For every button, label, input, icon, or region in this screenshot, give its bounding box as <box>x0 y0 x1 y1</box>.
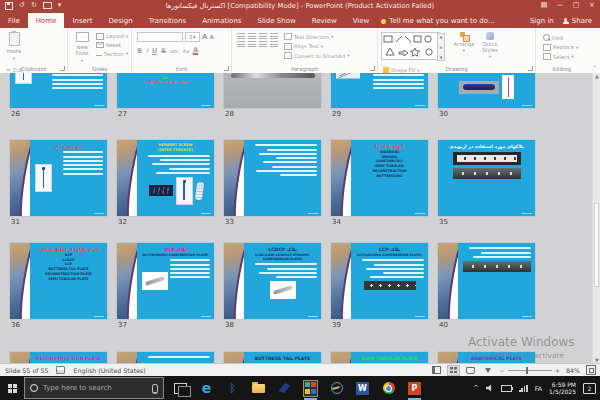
italic-button[interactable]: I <box>146 47 148 55</box>
slide-thumbnail[interactable]: پلاک DCPDCP(DYNAMIC COMPRESSION PLATE) <box>117 243 214 319</box>
zoom-slider[interactable]: − + <box>499 367 560 374</box>
ribbon-display-options-button[interactable]: ▤ <box>536 0 552 11</box>
slide-thumbnail[interactable] <box>117 352 214 363</box>
notification-badge[interactable]: 2 <box>583 383 596 394</box>
replace-button[interactable]: Replace ▾ <box>543 44 586 51</box>
task-view-button[interactable] <box>173 380 188 397</box>
edge-icon[interactable]: e <box>199 380 214 397</box>
slide-thumbnail[interactable]: انواع پلاک ها(NARROW)(BROAD)(ANATOMICAL)… <box>331 140 428 216</box>
search-box[interactable]: Type here to search <box>24 377 164 399</box>
fit-slide-button[interactable] <box>586 365 596 375</box>
chrome-icon[interactable] <box>381 380 396 397</box>
save-button[interactable] <box>5 2 13 10</box>
reset-button[interactable]: Reset <box>96 42 128 49</box>
select-button[interactable]: Select ▾ <box>543 53 586 60</box>
grow-font-button[interactable]: A <box>202 33 207 41</box>
redo-button[interactable]: ↻ <box>31 2 37 9</box>
media-app-icon[interactable] <box>303 380 318 397</box>
paragraph-dialog-launcher[interactable] <box>370 66 375 71</box>
clock[interactable]: 6:59 PM 1/5/2025 <box>549 381 576 396</box>
reading-view-button[interactable] <box>465 366 476 375</box>
slide-thumbnail[interactable]: پلاک LCPLCP(LOCKING COMPRESSION PLATE) <box>331 243 428 319</box>
proofing-icon[interactable] <box>56 366 65 374</box>
font-dialog-launcher[interactable] <box>224 66 229 71</box>
start-button[interactable] <box>0 376 24 400</box>
align-center-icon[interactable] <box>248 41 256 47</box>
slide-thumbnail[interactable]: پیچ مهره دار <box>10 140 107 216</box>
close-button[interactable]: × <box>584 0 600 11</box>
find-button[interactable]: Find <box>543 34 586 41</box>
tab-transitions[interactable]: Transitions <box>141 13 195 28</box>
zoom-level[interactable]: 84% <box>566 367 580 374</box>
clipboard-dialog-launcher[interactable] <box>60 66 65 71</box>
slide-thumbnail[interactable]: پلاک LCDCPLCDC(LOW CONTACT DYNAMIC COMPR… <box>224 243 321 319</box>
slide-thumbnail[interactable] <box>224 73 321 108</box>
bold-button[interactable]: B <box>137 47 142 55</box>
tab-file[interactable]: File <box>0 13 28 28</box>
section-button[interactable]: Section ▾ <box>96 51 128 57</box>
align-text-button[interactable]: Align Text ▾ <box>284 43 350 50</box>
normal-view-button[interactable] <box>431 366 442 375</box>
strikethrough-button[interactable]: abc <box>170 48 179 54</box>
collapse-ribbon-button[interactable]: ^ <box>592 64 597 71</box>
slide-thumbnail[interactable]: پلاکهای مورد استفاده در ارتوپدی <box>438 140 535 216</box>
numbering-icon[interactable] <box>248 33 256 39</box>
sign-in-button[interactable]: Sign in <box>530 17 554 25</box>
zoom-slider-thumb[interactable] <box>526 367 529 374</box>
tell-me-box[interactable]: Tell me what you want to do... <box>377 17 502 28</box>
slide-thumbnail[interactable] <box>224 140 321 216</box>
start-slideshow-button[interactable] <box>43 2 52 9</box>
internet-explorer-icon[interactable] <box>329 380 344 397</box>
increase-indent-icon[interactable] <box>270 33 278 39</box>
shadow-button[interactable]: S <box>161 47 166 55</box>
bullets-icon[interactable] <box>237 33 245 39</box>
decrease-indent-icon[interactable] <box>259 33 267 39</box>
align-right-icon[interactable] <box>259 41 267 47</box>
tab-design[interactable]: Design <box>100 13 140 28</box>
layout-button[interactable]: Layout ▾ <box>96 33 128 40</box>
powerpoint-icon[interactable]: P <box>407 380 422 397</box>
tab-animations[interactable]: Animations <box>194 13 249 28</box>
slide-thumbnail[interactable] <box>331 73 428 108</box>
bluetooth-icon[interactable]: ᛒ <box>225 380 240 397</box>
slide-thumbnail[interactable]: BUTTRESS T&L PLATE <box>224 352 321 363</box>
quick-styles-button[interactable]: Quick Styles ▾ <box>477 30 503 64</box>
slide-thumbnail[interactable]: SEMI TUBULAR PLATE <box>331 352 428 363</box>
new-slide-button[interactable]: New Slide ▾ <box>71 30 93 63</box>
tab-view[interactable]: View <box>345 13 378 28</box>
hidden-icons-button[interactable]: ^ <box>473 385 479 392</box>
drawing-dialog-launcher[interactable] <box>528 66 533 71</box>
scroll-up-arrow[interactable]: ▲ <box>594 73 600 79</box>
font-name-box[interactable] <box>137 32 183 42</box>
slideshow-view-button[interactable] <box>482 366 493 375</box>
slide-thumbnail[interactable] <box>438 243 535 319</box>
battery-icon[interactable] <box>501 385 512 392</box>
tab-slideshow[interactable]: Slide Show <box>249 13 303 28</box>
convert-smartart-button[interactable]: Convert to SmartArt ▾ <box>284 52 350 59</box>
shapes-gallery[interactable]: ▲≡▼ <box>381 32 439 60</box>
shapes-gallery-scroll[interactable]: ▲≡▼ <box>437 33 445 61</box>
arrange-button[interactable]: Arrange ▾ <box>451 30 477 64</box>
zoom-out-button[interactable]: − <box>499 367 504 374</box>
shrink-font-button[interactable]: A <box>209 34 213 40</box>
vertical-scrollbar[interactable]: ▲ ▼ <box>592 73 600 363</box>
slide-thumbnail[interactable]: HERBERT SCREW(INTER FERENCE) <box>117 140 214 216</box>
tab-review[interactable]: Review <box>304 13 345 28</box>
tab-home[interactable]: Home <box>28 13 65 28</box>
scrollbar-thumb[interactable] <box>594 203 599 287</box>
tab-insert[interactable]: Insert <box>64 13 100 28</box>
align-left-icon[interactable] <box>237 41 245 47</box>
font-size-box[interactable]: 24 <box>185 32 200 42</box>
language-indicator[interactable]: English (United States) <box>73 367 145 374</box>
network-icon[interactable] <box>519 385 528 392</box>
minimize-button[interactable]: — <box>552 0 568 11</box>
input-language-indicator[interactable]: FA <box>535 385 542 392</box>
slide-thumbnail[interactable] <box>438 73 535 108</box>
font-color-button[interactable]: A <box>193 47 198 55</box>
word-icon[interactable]: W <box>355 380 370 397</box>
change-case-button[interactable]: Aa <box>183 48 189 54</box>
volume-icon[interactable] <box>486 384 494 392</box>
share-button[interactable]: Share <box>563 17 592 25</box>
slide-thumbnail[interactable]: نوعانواع پیچ ها از نظر کاربرد <box>117 73 214 108</box>
zoom-in-button[interactable]: + <box>555 367 560 374</box>
